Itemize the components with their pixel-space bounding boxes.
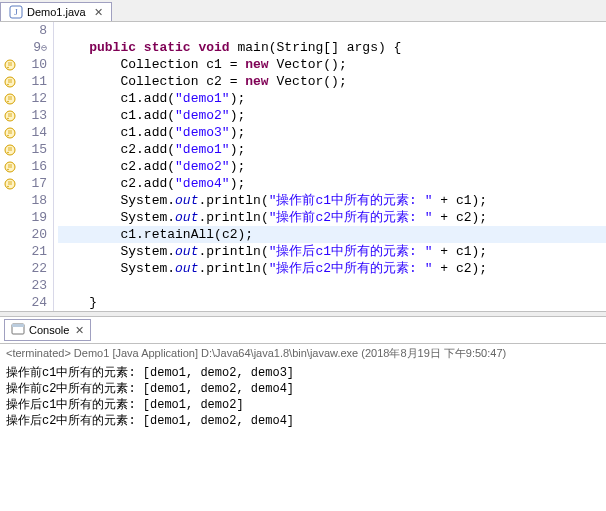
close-icon[interactable]: ✕ [75,324,84,337]
line-number: 11 [20,73,47,90]
code-line: public static void main(String[] args) { [58,39,606,56]
code-line: c2.add("demo1"); [58,141,606,158]
gutter-blank [0,209,20,226]
warning-icon[interactable] [0,107,20,124]
line-number: 9⊖ [20,39,47,56]
warning-icon[interactable] [0,124,20,141]
code-line: c1.add("demo3"); [58,124,606,141]
console-tab[interactable]: Console ✕ [4,319,91,341]
console-output[interactable]: 操作前c1中所有的元素: [demo1, demo2, demo3]操作前c2中… [0,363,606,431]
console-tab-label: Console [29,324,69,336]
code-line: System.out.println("操作后c1中所有的元素: " + c1)… [58,243,606,260]
line-number: 16 [20,158,47,175]
line-number-gutter: 89⊖101112131415161718192021222324 [20,22,54,311]
code-area[interactable]: public static void main(String[] args) {… [54,22,606,311]
line-number: 12 [20,90,47,107]
code-line: System.out.println("操作前c2中所有的元素: " + c2)… [58,209,606,226]
code-line: Collection c1 = new Vector(); [58,56,606,73]
warning-icon[interactable] [0,158,20,175]
svg-text:J: J [14,7,18,17]
console-output-line: 操作后c1中所有的元素: [demo1, demo2] [6,397,600,413]
svg-point-5 [7,83,9,85]
code-line: Collection c2 = new Vector(); [58,73,606,90]
svg-rect-19 [12,324,24,327]
line-number: 13 [20,107,47,124]
console-icon [11,322,25,338]
gutter-blank [0,192,20,209]
line-number: 22 [20,260,47,277]
warning-icon[interactable] [0,56,20,73]
code-editor[interactable]: 89⊖101112131415161718192021222324 public… [0,22,606,311]
svg-point-13 [7,151,9,153]
code-line: } [58,294,606,311]
console-tab-bar: Console ✕ [0,317,606,344]
gutter-blank [0,39,20,56]
warning-icon[interactable] [0,141,20,158]
gutter-blank [0,22,20,39]
java-file-icon: J [9,5,23,19]
code-line [58,277,606,294]
code-line [58,22,606,39]
line-number: 24 [20,294,47,311]
console-output-line: 操作前c2中所有的元素: [demo1, demo2, demo4] [6,381,600,397]
svg-point-17 [7,185,9,187]
code-line: c2.add("demo2"); [58,158,606,175]
svg-point-3 [7,66,9,68]
gutter-icons [0,22,20,311]
line-number: 15 [20,141,47,158]
line-number: 21 [20,243,47,260]
console-terminated-line: <terminated> Demo1 [Java Application] D:… [0,344,606,363]
line-number: 18 [20,192,47,209]
line-number: 23 [20,277,47,294]
warning-icon[interactable] [0,90,20,107]
svg-point-11 [7,134,9,136]
line-number: 14 [20,124,47,141]
console-output-line: 操作前c1中所有的元素: [demo1, demo2, demo3] [6,365,600,381]
gutter-blank [0,294,20,311]
svg-point-15 [7,168,9,170]
line-number: 8 [20,22,47,39]
line-number: 10 [20,56,47,73]
code-line: System.out.println("操作前c1中所有的元素: " + c1)… [58,192,606,209]
line-number: 20 [20,226,47,243]
fold-icon[interactable]: ⊖ [41,43,47,54]
line-number: 19 [20,209,47,226]
svg-point-9 [7,117,9,119]
gutter-blank [0,277,20,294]
console-output-line: 操作后c2中所有的元素: [demo1, demo2, demo4] [6,413,600,429]
code-line: System.out.println("操作后c2中所有的元素: " + c2)… [58,260,606,277]
svg-point-7 [7,100,9,102]
warning-icon[interactable] [0,175,20,192]
close-icon[interactable]: ✕ [94,6,103,19]
code-line: c1.add("demo1"); [58,90,606,107]
editor-tab-label: Demo1.java [27,6,86,18]
gutter-blank [0,260,20,277]
code-line: c2.add("demo4"); [58,175,606,192]
gutter-blank [0,226,20,243]
code-line: c1.retainAll(c2); [58,226,606,243]
editor-tab[interactable]: J Demo1.java ✕ [0,2,112,21]
line-number: 17 [20,175,47,192]
gutter-blank [0,243,20,260]
editor-tab-bar: J Demo1.java ✕ [0,0,606,22]
warning-icon[interactable] [0,73,20,90]
code-line: c1.add("demo2"); [58,107,606,124]
